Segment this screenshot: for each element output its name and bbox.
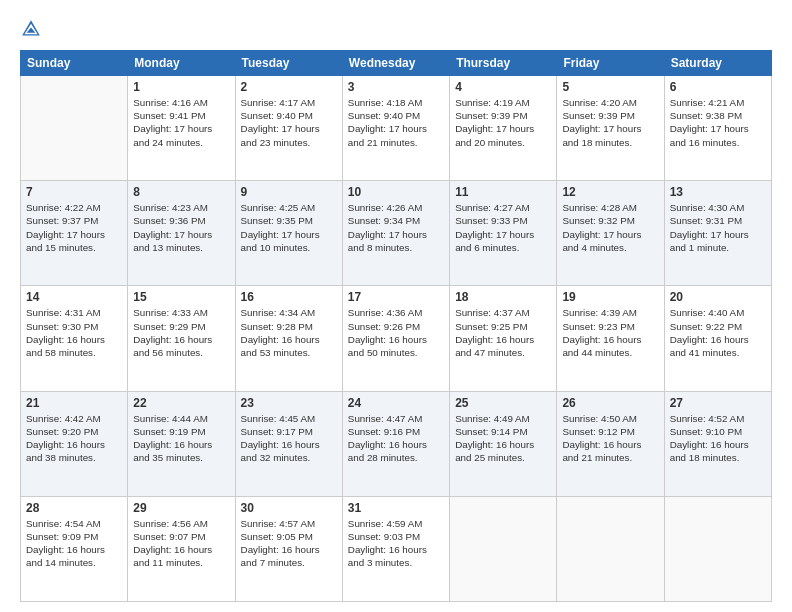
- day-info: Sunrise: 4:36 AMSunset: 9:26 PMDaylight:…: [348, 306, 444, 359]
- calendar-week-row: 1 Sunrise: 4:16 AMSunset: 9:41 PMDayligh…: [21, 76, 772, 181]
- calendar-day-cell: 28 Sunrise: 4:54 AMSunset: 9:09 PMDaylig…: [21, 496, 128, 601]
- day-info: Sunrise: 4:33 AMSunset: 9:29 PMDaylight:…: [133, 306, 229, 359]
- calendar-day-cell: 23 Sunrise: 4:45 AMSunset: 9:17 PMDaylig…: [235, 391, 342, 496]
- calendar-day-cell: [664, 496, 771, 601]
- day-info: Sunrise: 4:50 AMSunset: 9:12 PMDaylight:…: [562, 412, 658, 465]
- day-number: 11: [455, 185, 551, 199]
- calendar-day-cell: 27 Sunrise: 4:52 AMSunset: 9:10 PMDaylig…: [664, 391, 771, 496]
- logo-icon: [20, 18, 42, 40]
- day-of-week-header: Tuesday: [235, 51, 342, 76]
- day-info: Sunrise: 4:49 AMSunset: 9:14 PMDaylight:…: [455, 412, 551, 465]
- day-info: Sunrise: 4:26 AMSunset: 9:34 PMDaylight:…: [348, 201, 444, 254]
- day-number: 16: [241, 290, 337, 304]
- calendar-day-cell: 6 Sunrise: 4:21 AMSunset: 9:38 PMDayligh…: [664, 76, 771, 181]
- calendar-day-cell: 22 Sunrise: 4:44 AMSunset: 9:19 PMDaylig…: [128, 391, 235, 496]
- calendar-day-cell: 12 Sunrise: 4:28 AMSunset: 9:32 PMDaylig…: [557, 181, 664, 286]
- calendar-day-cell: 15 Sunrise: 4:33 AMSunset: 9:29 PMDaylig…: [128, 286, 235, 391]
- calendar-day-cell: 20 Sunrise: 4:40 AMSunset: 9:22 PMDaylig…: [664, 286, 771, 391]
- day-info: Sunrise: 4:21 AMSunset: 9:38 PMDaylight:…: [670, 96, 766, 149]
- day-number: 24: [348, 396, 444, 410]
- day-number: 28: [26, 501, 122, 515]
- day-number: 31: [348, 501, 444, 515]
- calendar-week-row: 21 Sunrise: 4:42 AMSunset: 9:20 PMDaylig…: [21, 391, 772, 496]
- day-number: 12: [562, 185, 658, 199]
- calendar-day-cell: 26 Sunrise: 4:50 AMSunset: 9:12 PMDaylig…: [557, 391, 664, 496]
- calendar-day-cell: [21, 76, 128, 181]
- calendar-header-row: SundayMondayTuesdayWednesdayThursdayFrid…: [21, 51, 772, 76]
- calendar-day-cell: 3 Sunrise: 4:18 AMSunset: 9:40 PMDayligh…: [342, 76, 449, 181]
- day-number: 29: [133, 501, 229, 515]
- calendar-day-cell: 8 Sunrise: 4:23 AMSunset: 9:36 PMDayligh…: [128, 181, 235, 286]
- day-number: 25: [455, 396, 551, 410]
- day-number: 26: [562, 396, 658, 410]
- calendar-table: SundayMondayTuesdayWednesdayThursdayFrid…: [20, 50, 772, 602]
- day-number: 10: [348, 185, 444, 199]
- day-info: Sunrise: 4:19 AMSunset: 9:39 PMDaylight:…: [455, 96, 551, 149]
- day-number: 21: [26, 396, 122, 410]
- calendar-day-cell: 5 Sunrise: 4:20 AMSunset: 9:39 PMDayligh…: [557, 76, 664, 181]
- day-info: Sunrise: 4:39 AMSunset: 9:23 PMDaylight:…: [562, 306, 658, 359]
- calendar-day-cell: 13 Sunrise: 4:30 AMSunset: 9:31 PMDaylig…: [664, 181, 771, 286]
- day-info: Sunrise: 4:59 AMSunset: 9:03 PMDaylight:…: [348, 517, 444, 570]
- calendar-week-row: 14 Sunrise: 4:31 AMSunset: 9:30 PMDaylig…: [21, 286, 772, 391]
- day-number: 20: [670, 290, 766, 304]
- day-number: 22: [133, 396, 229, 410]
- calendar-day-cell: 30 Sunrise: 4:57 AMSunset: 9:05 PMDaylig…: [235, 496, 342, 601]
- day-number: 2: [241, 80, 337, 94]
- day-number: 23: [241, 396, 337, 410]
- calendar-day-cell: 4 Sunrise: 4:19 AMSunset: 9:39 PMDayligh…: [450, 76, 557, 181]
- day-info: Sunrise: 4:37 AMSunset: 9:25 PMDaylight:…: [455, 306, 551, 359]
- day-of-week-header: Saturday: [664, 51, 771, 76]
- day-info: Sunrise: 4:47 AMSunset: 9:16 PMDaylight:…: [348, 412, 444, 465]
- day-info: Sunrise: 4:34 AMSunset: 9:28 PMDaylight:…: [241, 306, 337, 359]
- calendar-day-cell: 2 Sunrise: 4:17 AMSunset: 9:40 PMDayligh…: [235, 76, 342, 181]
- calendar-day-cell: 17 Sunrise: 4:36 AMSunset: 9:26 PMDaylig…: [342, 286, 449, 391]
- day-number: 3: [348, 80, 444, 94]
- day-number: 15: [133, 290, 229, 304]
- day-of-week-header: Sunday: [21, 51, 128, 76]
- day-info: Sunrise: 4:28 AMSunset: 9:32 PMDaylight:…: [562, 201, 658, 254]
- day-number: 6: [670, 80, 766, 94]
- calendar-day-cell: 14 Sunrise: 4:31 AMSunset: 9:30 PMDaylig…: [21, 286, 128, 391]
- day-info: Sunrise: 4:18 AMSunset: 9:40 PMDaylight:…: [348, 96, 444, 149]
- day-of-week-header: Friday: [557, 51, 664, 76]
- day-info: Sunrise: 4:27 AMSunset: 9:33 PMDaylight:…: [455, 201, 551, 254]
- day-of-week-header: Thursday: [450, 51, 557, 76]
- calendar-day-cell: 9 Sunrise: 4:25 AMSunset: 9:35 PMDayligh…: [235, 181, 342, 286]
- calendar-day-cell: 21 Sunrise: 4:42 AMSunset: 9:20 PMDaylig…: [21, 391, 128, 496]
- day-info: Sunrise: 4:25 AMSunset: 9:35 PMDaylight:…: [241, 201, 337, 254]
- header: [20, 18, 772, 40]
- calendar-day-cell: 1 Sunrise: 4:16 AMSunset: 9:41 PMDayligh…: [128, 76, 235, 181]
- day-info: Sunrise: 4:22 AMSunset: 9:37 PMDaylight:…: [26, 201, 122, 254]
- calendar-day-cell: 19 Sunrise: 4:39 AMSunset: 9:23 PMDaylig…: [557, 286, 664, 391]
- day-number: 19: [562, 290, 658, 304]
- calendar-day-cell: 10 Sunrise: 4:26 AMSunset: 9:34 PMDaylig…: [342, 181, 449, 286]
- day-number: 17: [348, 290, 444, 304]
- day-info: Sunrise: 4:40 AMSunset: 9:22 PMDaylight:…: [670, 306, 766, 359]
- calendar-day-cell: 11 Sunrise: 4:27 AMSunset: 9:33 PMDaylig…: [450, 181, 557, 286]
- day-number: 7: [26, 185, 122, 199]
- day-info: Sunrise: 4:44 AMSunset: 9:19 PMDaylight:…: [133, 412, 229, 465]
- calendar-week-row: 28 Sunrise: 4:54 AMSunset: 9:09 PMDaylig…: [21, 496, 772, 601]
- calendar-day-cell: 18 Sunrise: 4:37 AMSunset: 9:25 PMDaylig…: [450, 286, 557, 391]
- day-info: Sunrise: 4:30 AMSunset: 9:31 PMDaylight:…: [670, 201, 766, 254]
- day-info: Sunrise: 4:56 AMSunset: 9:07 PMDaylight:…: [133, 517, 229, 570]
- calendar-day-cell: 16 Sunrise: 4:34 AMSunset: 9:28 PMDaylig…: [235, 286, 342, 391]
- calendar-day-cell: 25 Sunrise: 4:49 AMSunset: 9:14 PMDaylig…: [450, 391, 557, 496]
- calendar-day-cell: [557, 496, 664, 601]
- calendar-week-row: 7 Sunrise: 4:22 AMSunset: 9:37 PMDayligh…: [21, 181, 772, 286]
- day-number: 5: [562, 80, 658, 94]
- day-number: 27: [670, 396, 766, 410]
- day-of-week-header: Wednesday: [342, 51, 449, 76]
- day-info: Sunrise: 4:54 AMSunset: 9:09 PMDaylight:…: [26, 517, 122, 570]
- calendar-day-cell: 24 Sunrise: 4:47 AMSunset: 9:16 PMDaylig…: [342, 391, 449, 496]
- calendar-day-cell: 29 Sunrise: 4:56 AMSunset: 9:07 PMDaylig…: [128, 496, 235, 601]
- day-number: 14: [26, 290, 122, 304]
- day-info: Sunrise: 4:20 AMSunset: 9:39 PMDaylight:…: [562, 96, 658, 149]
- day-number: 1: [133, 80, 229, 94]
- day-info: Sunrise: 4:17 AMSunset: 9:40 PMDaylight:…: [241, 96, 337, 149]
- day-info: Sunrise: 4:23 AMSunset: 9:36 PMDaylight:…: [133, 201, 229, 254]
- day-number: 13: [670, 185, 766, 199]
- day-info: Sunrise: 4:16 AMSunset: 9:41 PMDaylight:…: [133, 96, 229, 149]
- day-number: 30: [241, 501, 337, 515]
